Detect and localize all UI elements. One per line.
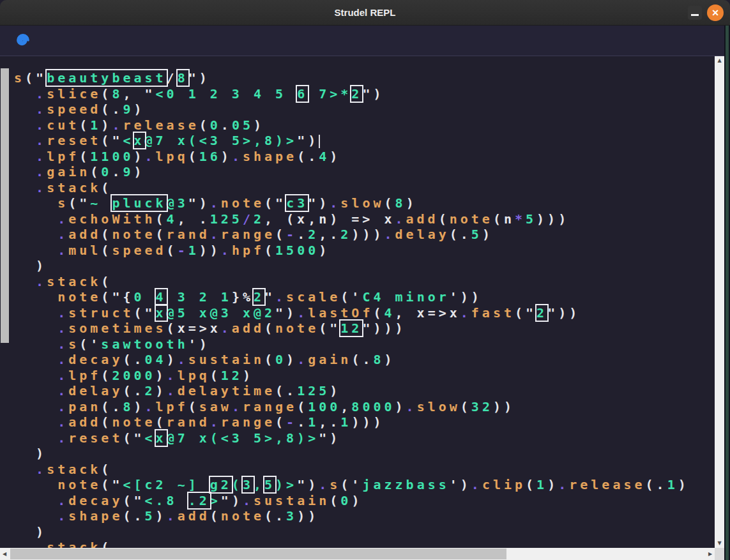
code-token	[14, 227, 57, 242]
code-line: .reset("<x@7 x(<3 5>,8)>")	[14, 133, 715, 149]
code-token: reset	[68, 430, 123, 446]
strudel-logo-icon[interactable]	[13, 31, 31, 49]
code-token: .	[384, 227, 395, 242]
code-token: slice	[47, 86, 101, 102]
code-token: s	[14, 70, 25, 86]
code-token: (	[210, 508, 221, 524]
code-token: (	[264, 321, 275, 336]
code-line: .lpf(2000).lpq(12)	[14, 368, 715, 384]
code-editor[interactable]: s("beautybeast/8") .slice(8, "<0 1 2 3 4…	[0, 56, 715, 548]
code-token: note	[221, 508, 264, 524]
code-token: (	[297, 399, 308, 414]
code-token: 1100	[90, 149, 133, 164]
code-token: 2	[308, 227, 319, 242]
code-line: )	[14, 258, 715, 274]
code-token: (	[79, 117, 90, 133]
scroll-up-icon: ▲	[717, 57, 721, 63]
code-token: "	[264, 289, 275, 305]
titlebar[interactable]: Strudel REPL ✕	[0, 0, 730, 26]
code-token: ("	[264, 195, 286, 211]
code-token: 0	[133, 289, 155, 305]
code-token: sawtooth	[101, 337, 188, 352]
horizontal-scrollbar[interactable]: ◀ ▶	[0, 548, 715, 560]
code-token: .	[36, 149, 47, 164]
code-token: slow	[340, 195, 384, 211]
code-token: .	[57, 337, 68, 352]
code-token: @7 x(<3 5>,8)>	[167, 430, 319, 446]
scroll-down-button[interactable]: ▼	[715, 539, 724, 548]
code-token: .	[57, 368, 68, 383]
code-token: (	[101, 86, 112, 102]
code-token: 8	[112, 86, 123, 102]
code-token: (	[156, 211, 167, 227]
code-token: 1	[667, 477, 678, 492]
code-token: gain	[47, 164, 90, 179]
vertical-scrollbar[interactable]: ▲ ▼	[715, 56, 724, 548]
code-token	[14, 164, 36, 179]
minimize-button[interactable]	[688, 6, 702, 20]
code-token: ~	[90, 195, 112, 211]
code-token: -	[286, 227, 297, 242]
code-token: <[c2 ~]	[123, 477, 209, 492]
code-token: ("	[515, 305, 536, 321]
code-token: )	[221, 149, 232, 164]
code-token: (	[210, 368, 221, 383]
code-token: ))	[493, 399, 515, 414]
code-token	[14, 540, 36, 548]
code-token: ,.	[319, 414, 340, 430]
code-token: (	[330, 493, 340, 508]
code-token: 16	[199, 149, 221, 164]
active-token-highlight: g2	[210, 477, 232, 492]
code-token: 1	[536, 477, 547, 492]
code-token: .	[297, 305, 308, 321]
code-token: 125	[297, 383, 330, 398]
code-token: (.	[101, 399, 123, 414]
code-token: .	[221, 117, 232, 133]
code-token: )	[156, 508, 167, 524]
code-token: (.	[450, 227, 471, 242]
scroll-right-button[interactable]: ▶	[706, 548, 715, 560]
code-token: jazzbass	[362, 477, 449, 492]
code-token	[14, 180, 36, 195]
code-token: ")	[275, 305, 297, 321]
horizontal-scrollbar-thumb[interactable]	[10, 549, 506, 559]
code-line: .add(note(rand.range(-.2,.2))).delay(.5)	[14, 227, 715, 243]
code-token: )	[156, 368, 167, 383]
code-token: range	[243, 399, 297, 414]
code-token: ")	[297, 477, 319, 492]
code-token: .	[57, 305, 68, 321]
code-token: .	[57, 508, 68, 524]
vertical-scrollbar-thumb[interactable]	[1, 68, 9, 343]
code-token: 5	[471, 227, 482, 242]
code-token: gain	[308, 352, 351, 367]
active-token-highlight: beautybeast	[47, 70, 166, 86]
active-token-highlight: 8	[178, 70, 188, 86]
code-token: -	[178, 243, 188, 258]
code-token: 8	[123, 399, 133, 414]
code-token: (.	[275, 383, 297, 398]
code-token: .	[558, 477, 569, 492]
code-line: )	[14, 446, 715, 462]
code-token: (	[526, 477, 536, 492]
code-token: range	[221, 227, 275, 242]
code-token	[14, 133, 36, 148]
code-token: note	[221, 195, 264, 211]
code-token	[14, 493, 57, 508]
code-line: .s('sawtooth')	[14, 337, 715, 352]
code-token: '))	[450, 289, 482, 305]
code-token: delaytime	[178, 383, 275, 398]
active-token-highlight: 3	[243, 477, 254, 492]
code-token: .	[221, 321, 232, 336]
code-token: 1	[90, 117, 101, 133]
code-token: .	[57, 227, 68, 242]
code-token: )	[14, 524, 47, 540]
code-token: 9	[123, 102, 133, 117]
scroll-left-button[interactable]: ◀	[0, 548, 9, 560]
close-button[interactable]: ✕	[707, 4, 724, 21]
code-token: reset	[47, 133, 101, 148]
code-token: <0 1 2 3 4 5	[156, 86, 298, 102]
scroll-up-button[interactable]: ▲	[715, 56, 724, 65]
code-token: .	[57, 352, 68, 367]
code-token: .	[232, 149, 243, 164]
code-token: .	[395, 211, 406, 227]
